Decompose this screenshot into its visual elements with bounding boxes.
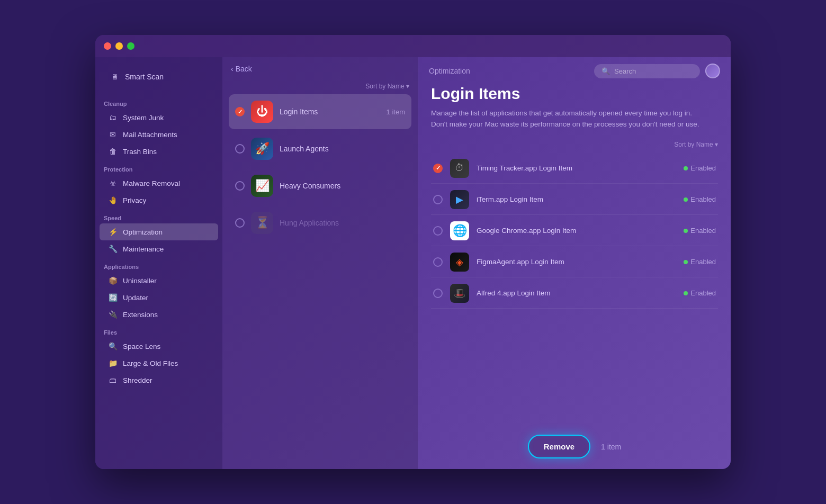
optimization-icon: ⚡ <box>108 227 118 237</box>
launch-agents-icon: 🚀 <box>251 138 273 160</box>
radio-launch-agents[interactable] <box>235 144 245 154</box>
search-input[interactable] <box>614 67 693 75</box>
sidebar-item-label: Mail Attachments <box>123 131 177 139</box>
list-header: ‹ Back <box>222 57 418 80</box>
search-box[interactable]: 🔍 <box>594 64 700 78</box>
login-item-alfred[interactable]: 🎩 Alfred 4.app Login Item Enabled <box>431 278 718 309</box>
sidebar-item-malware-removal[interactable]: ☣ Malware Removal <box>100 175 218 192</box>
enabled-label: Enabled <box>690 258 716 266</box>
detail-topbar: Optimization 🔍 <box>418 57 731 85</box>
login-item-google-chrome[interactable]: 🌐 Google Chrome.app Login Item Enabled <box>431 216 718 246</box>
item-count-label: 1 item <box>601 443 621 451</box>
sidebar-item-label: Large & Old Files <box>123 359 178 367</box>
list-item-launch-agents[interactable]: 🚀 Launch Agents <box>229 131 411 166</box>
sidebar-item-optimization[interactable]: ⚡ Optimization <box>100 223 218 240</box>
detail-sort-label[interactable]: Sort by Name ▾ <box>674 141 718 148</box>
list-item-hung-applications[interactable]: ⏳ Hung Applications <box>229 205 411 240</box>
extensions-icon: 🔌 <box>108 310 118 319</box>
sidebar-top: 🖥 Smart Scan <box>95 64 222 94</box>
sidebar: 🖥 Smart Scan Cleanup 🗂 System Junk ✉ Mai… <box>95 57 222 469</box>
main-layout: 🖥 Smart Scan Cleanup 🗂 System Junk ✉ Mai… <box>95 57 731 469</box>
maximize-button[interactable] <box>127 42 134 50</box>
login-items-label: Login Items <box>280 107 380 116</box>
sidebar-item-space-lens[interactable]: 🔍 Space Lens <box>100 338 218 355</box>
content-area: ‹ Back Sort by Name ▾ ⏻ Login Items <box>222 57 731 469</box>
detail-sort-bar: Sort by Name ▾ <box>431 141 718 148</box>
minimize-button[interactable] <box>115 42 123 50</box>
sidebar-item-label: Shredder <box>123 376 152 384</box>
sidebar-item-label: Maintenance <box>123 245 164 253</box>
uninstaller-icon: 📦 <box>108 276 118 285</box>
radio-login-items[interactable] <box>235 107 245 116</box>
sort-bar: Sort by Name ▾ <box>222 80 418 94</box>
remove-button[interactable]: Remove <box>528 435 590 458</box>
figma-agent-icon: ◈ <box>450 253 469 272</box>
login-items-list: ⏱ Timing Tracker.app Login Item Enabled <box>431 154 718 309</box>
close-button[interactable] <box>104 42 111 50</box>
sidebar-item-label: Trash Bins <box>123 148 157 156</box>
alfred-status: Enabled <box>684 289 716 297</box>
login-item-timing-tracker[interactable]: ⏱ Timing Tracker.app Login Item Enabled <box>431 154 718 184</box>
radio-timing-tracker[interactable] <box>433 164 443 173</box>
detail-description: Manage the list of applications that get… <box>431 108 706 130</box>
enabled-dot <box>684 260 688 264</box>
login-items-icon: ⏻ <box>251 101 273 123</box>
sidebar-item-trash-bins[interactable]: 🗑 Trash Bins <box>100 143 218 160</box>
back-button[interactable]: ‹ Back <box>231 65 252 73</box>
enabled-label: Enabled <box>690 195 716 203</box>
back-label: Back <box>236 65 252 73</box>
shredder-icon: 🗃 <box>108 375 118 385</box>
google-chrome-icon: 🌐 <box>450 221 469 240</box>
section-label-speed: Speed <box>95 209 222 223</box>
sort-by-name[interactable]: Sort by Name ▾ <box>365 83 409 90</box>
radio-heavy-consumers[interactable] <box>235 181 245 191</box>
google-chrome-label: Google Chrome.app Login Item <box>477 227 676 235</box>
hung-applications-label: Hung Applications <box>280 219 405 227</box>
radio-hung-applications[interactable] <box>235 218 245 228</box>
sidebar-item-smart-scan[interactable]: 🖥 Smart Scan <box>104 68 214 86</box>
radio-google-chrome[interactable] <box>433 226 443 236</box>
sidebar-item-large-old-files[interactable]: 📁 Large & Old Files <box>100 355 218 372</box>
privacy-icon: 🤚 <box>108 195 118 205</box>
login-item-figma-agent[interactable]: ◈ FigmaAgent.app Login Item Enabled <box>431 247 718 277</box>
sidebar-item-label: Privacy <box>123 196 146 204</box>
sidebar-item-label: Updater <box>123 294 148 302</box>
enabled-dot <box>684 197 688 202</box>
enabled-label: Enabled <box>690 164 716 172</box>
section-label-protection: Protection <box>95 160 222 175</box>
enabled-label: Enabled <box>690 227 716 235</box>
sidebar-item-privacy[interactable]: 🤚 Privacy <box>100 192 218 209</box>
sidebar-item-shredder[interactable]: 🗃 Shredder <box>100 372 218 389</box>
radio-iterm[interactable] <box>433 195 443 204</box>
sidebar-item-maintenance[interactable]: 🔧 Maintenance <box>100 240 218 257</box>
sidebar-item-updater[interactable]: 🔄 Updater <box>100 289 218 306</box>
iterm-label: iTerm.app Login Item <box>477 195 676 203</box>
maintenance-icon: 🔧 <box>108 244 118 254</box>
sidebar-item-label: Space Lens <box>123 343 160 350</box>
enabled-dot <box>684 166 688 170</box>
detail-content: Login Items Manage the list of applicati… <box>418 85 731 424</box>
list-item-heavy-consumers[interactable]: 📈 Heavy Consumers <box>229 168 411 203</box>
space-lens-icon: 🔍 <box>108 341 118 351</box>
section-label-cleanup: Cleanup <box>95 94 222 109</box>
sidebar-item-mail-attachments[interactable]: ✉ Mail Attachments <box>100 126 218 143</box>
detail-heading: Login Items <box>431 85 718 103</box>
radio-alfred[interactable] <box>433 289 443 298</box>
sidebar-item-extensions[interactable]: 🔌 Extensions <box>100 306 218 323</box>
timing-tracker-status: Enabled <box>684 164 716 172</box>
bottom-bar: Remove 1 item <box>418 424 731 469</box>
list-items: ⏻ Login Items 1 item 🚀 Launch Agents <box>222 94 418 469</box>
hung-applications-icon: ⏳ <box>251 212 273 234</box>
section-label-applications: Applications <box>95 257 222 272</box>
large-old-files-icon: 📁 <box>108 358 118 368</box>
radio-figma-agent[interactable] <box>433 257 443 267</box>
login-item-iterm[interactable]: ▶ iTerm.app Login Item Enabled <box>431 185 718 215</box>
sidebar-item-system-junk[interactable]: 🗂 System Junk <box>100 109 218 126</box>
list-item-login-items[interactable]: ⏻ Login Items 1 item <box>229 94 411 129</box>
updater-icon: 🔄 <box>108 293 118 302</box>
sidebar-item-label: Malware Removal <box>123 179 180 187</box>
alfred-icon: 🎩 <box>450 284 469 303</box>
trash-bins-icon: 🗑 <box>108 147 118 156</box>
sidebar-item-uninstaller[interactable]: 📦 Uninstaller <box>100 272 218 289</box>
smart-scan-icon: 🖥 <box>110 72 120 82</box>
